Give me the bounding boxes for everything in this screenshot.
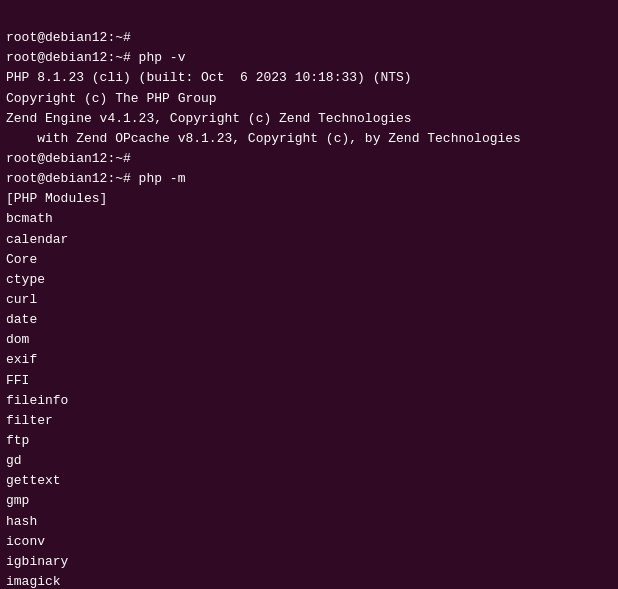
- terminal-line: exif: [6, 350, 612, 370]
- terminal-output: root@debian12:~#root@debian12:~# php -vP…: [6, 8, 612, 589]
- terminal-line: gettext: [6, 471, 612, 491]
- terminal-line: iconv: [6, 532, 612, 552]
- terminal-line: filter: [6, 411, 612, 431]
- terminal-line: FFI: [6, 371, 612, 391]
- terminal-line: calendar: [6, 230, 612, 250]
- terminal-line: ctype: [6, 270, 612, 290]
- terminal-line: igbinary: [6, 552, 612, 572]
- terminal-line: gd: [6, 451, 612, 471]
- terminal-line: bcmath: [6, 209, 612, 229]
- terminal-line: hash: [6, 512, 612, 532]
- terminal-line: gmp: [6, 491, 612, 511]
- terminal-line: root@debian12:~#: [6, 149, 612, 169]
- terminal-line: dom: [6, 330, 612, 350]
- terminal-line: root@debian12:~#: [6, 28, 612, 48]
- terminal-line: fileinfo: [6, 391, 612, 411]
- terminal-line: Zend Engine v4.1.23, Copyright (c) Zend …: [6, 109, 612, 129]
- terminal-line: Core: [6, 250, 612, 270]
- terminal-line: imagick: [6, 572, 612, 589]
- terminal-line: root@debian12:~# php -m: [6, 169, 612, 189]
- terminal-line: with Zend OPcache v8.1.23, Copyright (c)…: [6, 129, 612, 149]
- terminal-line: curl: [6, 290, 612, 310]
- terminal-line: root@debian12:~# php -v: [6, 48, 612, 68]
- terminal-line: date: [6, 310, 612, 330]
- terminal-line: Copyright (c) The PHP Group: [6, 89, 612, 109]
- terminal-line: [PHP Modules]: [6, 189, 612, 209]
- terminal-line: PHP 8.1.23 (cli) (built: Oct 6 2023 10:1…: [6, 68, 612, 88]
- terminal-line: ftp: [6, 431, 612, 451]
